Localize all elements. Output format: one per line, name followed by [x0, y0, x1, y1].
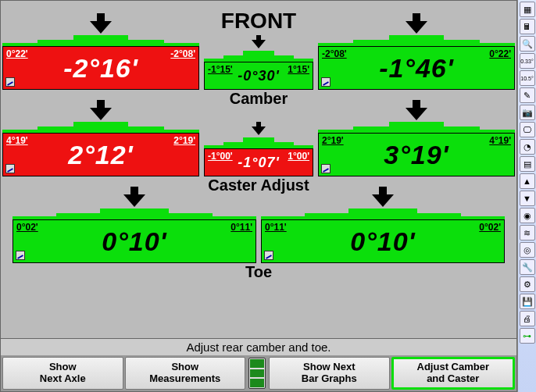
disk-icon[interactable]: 💾 [520, 294, 535, 309]
caster-right-panel: 2°19' 4°19' 3°19' [318, 122, 515, 176]
status-bar: Adjust rear camber and toe. [1, 338, 516, 355]
toe-left-panel: 0°02' 0°11' 0°10' [13, 208, 256, 263]
camber-left-value: -2°16' [63, 53, 138, 84]
caster-cross-value: -1°07' [238, 155, 280, 171]
angle-readout-2[interactable]: 10.5° [520, 70, 535, 86]
gauge-icon[interactable]: ◔ [520, 139, 535, 155]
camber-right-panel: -2°08' 0°22' -1°46' [318, 35, 515, 90]
target-icon[interactable]: ◎ [520, 242, 535, 258]
edit-icon[interactable] [264, 251, 273, 260]
side-toolbar: ▦ 🖩 🔍 0.33° 10.5° ✎ 📷 🖵 ◔ ▤ ▲ ▼ ◉ ≋ ◎ 🔧 … [517, 0, 536, 392]
edit-icon[interactable] [321, 164, 331, 173]
caster-right-high: 4°19' [489, 135, 511, 146]
toe-row: 0°02' 0°11' 0°10' 0°11' 0°02' 0°10' [1, 208, 516, 263]
edit-icon[interactable] [5, 164, 15, 173]
toe-left-value: 0°10' [102, 226, 166, 257]
battery-icon [248, 358, 266, 389]
camber-left-low: 0°22' [6, 48, 28, 59]
edit-icon[interactable] [16, 251, 25, 260]
camber-right-low: -2°08' [322, 48, 347, 59]
caster-left-value: 2°12' [68, 140, 133, 170]
show-next-axle-button[interactable]: Show Next Axle [2, 357, 123, 390]
angle-readout-1[interactable]: 0.33° [520, 53, 535, 69]
gear-icon[interactable]: ⚙ [520, 276, 535, 292]
calc-icon[interactable]: 🖩 [520, 19, 535, 34]
toe-right-value: 0°10' [350, 226, 415, 257]
camber-left-panel: 0°22' -2°08' -2°16' [2, 35, 199, 90]
zoom-icon[interactable]: 🔍 [520, 36, 535, 52]
toe-left-low: 0°02' [16, 222, 38, 233]
camber-cross-low: -1°15' [208, 64, 233, 75]
up-icon[interactable]: ▲ [520, 173, 535, 189]
pointer-icon [252, 35, 266, 51]
caster-cross-panel: -1°00' 1°00' -1°07' [204, 137, 313, 176]
caster-row: 4°19' 2°19' 2°12' -1°00' 1°00' -1°07' [1, 122, 516, 176]
camber-cross-high: 1°15' [288, 64, 309, 75]
wheel-icon[interactable]: ◉ [520, 208, 535, 223]
camera-icon[interactable]: 📷 [520, 105, 535, 120]
wand-icon[interactable]: ✎ [520, 87, 535, 103]
monitor-icon[interactable]: 🖵 [520, 122, 535, 137]
toe-right-panel: 0°11' 0°02' 0°10' [261, 208, 505, 263]
edit-icon[interactable] [321, 77, 331, 87]
caster-left-panel: 4°19' 2°19' 2°12' [2, 122, 199, 176]
caster-cross-low: -1°00' [208, 151, 233, 162]
edit-icon[interactable] [5, 77, 15, 87]
caster-right-low: 2°19' [322, 135, 344, 146]
pointer-icon [406, 100, 427, 122]
camber-right-high: 0°22' [489, 48, 511, 59]
camber-cross-value: -0°30' [238, 68, 280, 84]
camber-cross-panel: -1°15' 1°15' -0°30' [204, 51, 313, 90]
toe-right-high: 0°02' [479, 222, 501, 233]
toe-left-high: 0°11' [230, 222, 252, 233]
show-measurements-button[interactable]: Show Measurements [125, 357, 246, 390]
caster-left-low: 4°19' [6, 135, 28, 146]
toe-right-low: 0°11' [265, 222, 287, 233]
wrench-icon[interactable]: 🔧 [520, 259, 535, 275]
axle-icon[interactable]: ⊶ [520, 328, 535, 344]
camber-left-high: -2°08' [170, 48, 195, 59]
camber-row: 0°22' -2°08' -2°16' -1°15' 1°15' -0°30' [1, 35, 516, 90]
camber-right-value: -1°46' [379, 53, 454, 84]
caster-right-value: 3°19' [384, 140, 448, 170]
print-icon[interactable]: 🖨 [520, 311, 535, 326]
caster-left-high: 2°19' [173, 135, 195, 146]
button-row: Show Next Axle Show Measurements Show Ne… [1, 355, 516, 391]
adjust-camber-caster-button[interactable]: Adjust Camber and Caster [391, 357, 516, 390]
show-next-bar-graphs-button[interactable]: Show Next Bar Graphs [269, 357, 390, 390]
caster-cross-high: 1°00' [288, 151, 309, 162]
pointer-icon [252, 122, 266, 137]
down-icon[interactable]: ▼ [520, 191, 535, 206]
shocks-icon[interactable]: ≋ [520, 225, 535, 241]
pointer-icon [90, 13, 112, 35]
pointer-icon [90, 100, 112, 122]
toe-label: Toe [1, 263, 516, 281]
pointer-icon [372, 187, 394, 208]
pointer-icon [123, 187, 145, 208]
barchart-icon[interactable]: ▤ [520, 156, 535, 172]
grid-icon[interactable]: ▦ [520, 2, 535, 17]
pointer-icon [406, 13, 427, 35]
